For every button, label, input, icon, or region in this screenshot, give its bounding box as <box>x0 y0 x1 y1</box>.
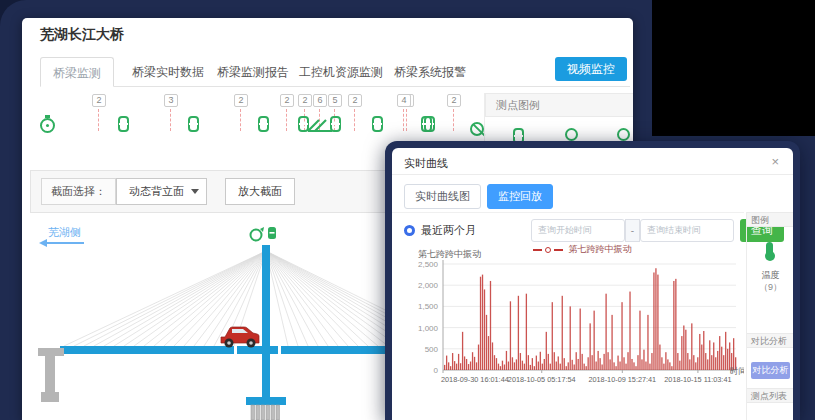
legend-panel-header: 测点图例 <box>485 93 633 117</box>
query-controls: 最近两个月 - 查询 <box>404 218 784 242</box>
sensor-count-badge[interactable]: 2 <box>92 94 106 107</box>
sensor-count-badge[interactable]: 6 <box>313 94 327 107</box>
link-sensor-icon[interactable] <box>118 116 129 132</box>
svg-text:2018-10-09 15:27:41: 2018-10-09 15:27:41 <box>588 375 656 384</box>
bridge-abutment <box>38 348 64 402</box>
pier-crossbeam <box>246 397 286 405</box>
deck-joint <box>278 346 281 354</box>
sensor-marker-line <box>354 109 355 131</box>
sensor-marker-line <box>98 109 99 131</box>
meter-sensor-icon[interactable] <box>268 227 276 239</box>
legend-line <box>554 249 563 251</box>
svg-text:2018-10-15 11:03:41: 2018-10-15 11:03:41 <box>664 375 731 384</box>
gauge-icon[interactable] <box>617 128 630 141</box>
sensor-count-badge[interactable]: 2 <box>447 94 461 107</box>
sensor-count-badge[interactable]: 3 <box>164 94 178 107</box>
vibration-chart: 05001,0001,5002,0002,5002018-09-30 16:01… <box>392 258 744 400</box>
modal-title: 实时曲线 <box>404 156 448 171</box>
black-screen-region <box>652 0 815 136</box>
modal-tab-0[interactable]: 实时曲线图 <box>404 184 481 209</box>
svg-text:0: 0 <box>434 366 439 375</box>
svg-text:2,500: 2,500 <box>418 260 439 269</box>
section-dropdown[interactable]: 动态背立面 <box>116 178 207 205</box>
pier-piles <box>251 405 280 420</box>
svg-text:时间: 时间 <box>730 366 744 376</box>
legend-line <box>533 249 542 251</box>
sidebar-legend-header: 图例 <box>747 212 793 227</box>
tab-3[interactable]: 工控机资源监测 <box>287 57 395 87</box>
no-entry-icon[interactable] <box>470 122 484 136</box>
sensor-marker-line <box>406 109 407 131</box>
rotation-sensor-icon[interactable] <box>251 227 265 241</box>
desktop-background: 芜湖长江大桥 桥梁监测桥梁实时数据桥梁监测报告工控机资源监测桥梁系统报警 视频监… <box>0 0 815 420</box>
modal-tab-1[interactable]: 监控回放 <box>487 184 553 209</box>
sensor-count-badge[interactable]: 2 <box>234 94 248 107</box>
sensor-count-badge[interactable]: 2 <box>348 94 362 107</box>
curve-modal-frame: 实时曲线 × 实时曲线图监控回放 最近两个月 - 查询 第七跨跨中振动 第七跨跨… <box>385 141 800 420</box>
truss-sensor-icon[interactable] <box>307 116 333 134</box>
thermometer-icon <box>766 242 773 255</box>
modal-header: 实时曲线 × <box>392 148 793 175</box>
zoom-section-button[interactable]: 放大截面 <box>225 178 295 205</box>
close-icon[interactable]: × <box>771 154 779 169</box>
svg-text:500: 500 <box>425 345 439 354</box>
svg-text:2,000: 2,000 <box>418 281 439 290</box>
link-sensor-icon[interactable] <box>258 116 269 132</box>
link-sensor-icon[interactable] <box>372 116 383 132</box>
section-select-label: 截面选择： <box>41 178 116 205</box>
sensor-marker-line <box>453 109 454 131</box>
sensor-marker-line <box>240 109 241 131</box>
gauge-icon[interactable] <box>565 128 578 141</box>
link-sensor-icon[interactable] <box>421 116 432 132</box>
chart-legend[interactable]: 第七跨跨中振动 <box>462 243 702 256</box>
compare-section-header: 对比分析 <box>747 333 793 348</box>
modal-tab-group: 实时曲线图监控回放 <box>404 184 553 209</box>
modal-sidebar: 图例 温度 （9） 对比分析 对比分析 测点列表 <box>746 212 793 420</box>
car <box>221 327 259 348</box>
sensor-marker-line <box>170 109 171 131</box>
query-start-input[interactable] <box>531 219 625 242</box>
tab-bar: 桥梁监测桥梁实时数据桥梁监测报告工控机资源监测桥梁系统报警 <box>40 57 630 87</box>
point-list-header: 测点列表 <box>747 388 793 403</box>
compare-analysis-button[interactable]: 对比分析 <box>751 362 790 379</box>
tab-0[interactable]: 桥梁监测 <box>40 57 114 87</box>
sensor-marker-line <box>403 109 404 131</box>
sensor-count-badge[interactable]: 4 <box>397 94 411 107</box>
legend-label: 第七跨跨中振动 <box>569 243 632 256</box>
svg-text:1,500: 1,500 <box>418 302 439 311</box>
tab-1[interactable]: 桥梁实时数据 <box>120 57 216 87</box>
divider <box>392 212 744 213</box>
deck-joint <box>234 346 237 354</box>
sensor-marker-line <box>286 109 287 131</box>
svg-text:2018-09-30 16:01:44: 2018-09-30 16:01:44 <box>441 375 509 384</box>
sensor-count-badge[interactable]: 2 <box>298 94 312 107</box>
page-title: 芜湖长江大桥 <box>40 26 124 44</box>
svg-text:1,000: 1,000 <box>418 324 439 333</box>
legend-marker-icon <box>545 247 551 253</box>
bridge-tower <box>262 245 270 397</box>
video-monitor-button[interactable]: 视频监控 <box>555 57 627 81</box>
tab-4[interactable]: 桥梁系统报警 <box>382 57 478 87</box>
radio-label: 最近两个月 <box>421 223 476 238</box>
curve-modal: 实时曲线 × 实时曲线图监控回放 最近两个月 - 查询 第七跨跨中振动 第七跨跨… <box>392 148 793 420</box>
range-separator: - <box>625 219 640 242</box>
svg-text:2018-10-05 05:17:54: 2018-10-05 05:17:54 <box>508 375 576 384</box>
stopwatch-icon[interactable] <box>40 118 55 133</box>
link-sensor-icon[interactable] <box>188 116 199 132</box>
query-end-input[interactable] <box>640 219 734 242</box>
sensor-strip: 23222652242 <box>22 92 482 148</box>
temperature-count: （9） <box>747 281 793 294</box>
recent-two-months-radio[interactable] <box>404 225 415 236</box>
sensor-count-badge[interactable]: 2 <box>280 94 294 107</box>
sensor-count-badge[interactable]: 5 <box>328 94 342 107</box>
